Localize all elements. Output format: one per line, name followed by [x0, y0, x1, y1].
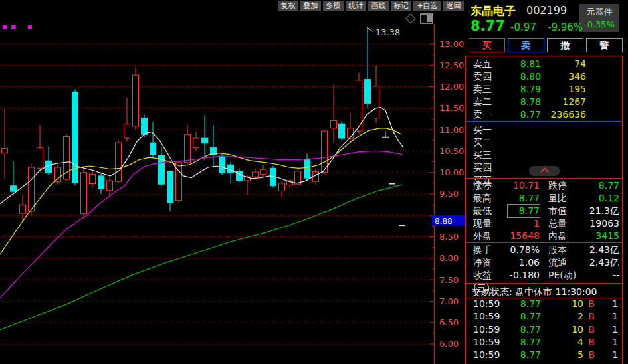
sector-box[interactable]: 元器件 -0.35% [579, 4, 619, 32]
ask-volume: 74 [541, 58, 586, 70]
cancel-button[interactable]: 撤 [547, 38, 583, 52]
stat-label: 最高 [473, 192, 508, 205]
buy-button[interactable]: 买 [469, 38, 505, 52]
chart-toolbar: 复权叠加多股统计画线标记+自选返回 [278, 1, 464, 12]
candle-up [2, 149, 8, 153]
stock-app-window: 复权叠加多股统计画线标记+自选返回 13.0012.5012.0011.5011… [0, 0, 628, 364]
stat-label: 跌停 [548, 179, 587, 192]
ask-row[interactable]: 卖二8.781267 [465, 96, 622, 108]
tick-volume: 4 [541, 336, 583, 349]
candle-up [81, 173, 87, 214]
ask-row[interactable]: 卖五8.8174 [465, 58, 622, 70]
diamond-icon[interactable] [406, 14, 415, 23]
stat-label: 净资 [473, 256, 508, 269]
ask-row[interactable]: 卖三8.79195 [465, 83, 622, 96]
bid-volume [541, 149, 586, 161]
tick-time: 10:59 [473, 310, 502, 323]
panel-separator [465, 56, 622, 56]
axis-label: 8.00 [439, 253, 459, 263]
ask-label: 卖三 [473, 83, 498, 96]
stat-row: 收益(三)-0.180PE(动)-- [465, 269, 622, 282]
high-price-label: 13.38 [375, 27, 400, 37]
bid-levels: 买一买二买三买四买五 [465, 124, 622, 187]
toolbar-button-叠加[interactable]: 叠加 [300, 1, 321, 11]
stat-label: 现量 [473, 217, 508, 230]
tick-side-flag: B [583, 323, 599, 336]
time-and-sales: 10:598.7710B110:598.772B110:598.7710B110… [465, 298, 622, 364]
tick-price: 8.77 [502, 310, 541, 323]
tick-count: 1 [599, 349, 622, 361]
quote-panel: 东晶电子 002199 元器件 -0.35% 8.77 -0.97 -9.96%… [465, 0, 628, 364]
alert-button[interactable]: 警 [586, 38, 623, 52]
stat-label: 市值 [548, 205, 587, 217]
kline-chart[interactable]: 13.0012.5012.0011.5011.0010.5010.009.508… [0, 0, 469, 364]
candle-up [124, 124, 130, 138]
stat-label: 股本 [548, 244, 587, 256]
expand-orderbook-button[interactable] [529, 166, 560, 176]
candle-down [365, 80, 371, 104]
stat-label: 外盘 [473, 230, 508, 242]
stock-code: 002199 [526, 4, 567, 17]
tick-volume: 2 [541, 310, 583, 323]
toolbar-button-画线[interactable]: 画线 [368, 1, 389, 11]
bid-label: 买四 [473, 161, 498, 174]
candle-up [90, 174, 96, 183]
axis-label: 11.50 [439, 103, 464, 113]
candle-up [193, 138, 199, 147]
toolbar-button-+自选[interactable]: +自选 [413, 1, 441, 11]
toolbar-button-多股[interactable]: 多股 [323, 1, 344, 11]
bid-row[interactable]: 买一 [465, 124, 622, 136]
candle-up [133, 75, 139, 126]
toolbar-button-返回[interactable]: 返回 [443, 1, 464, 11]
signal-marker [28, 25, 32, 29]
ask-price: 8.80 [498, 70, 541, 83]
candle-down [150, 143, 156, 155]
stat-label: 总量 [548, 217, 587, 230]
ask-price: 8.77 [498, 108, 541, 121]
axis-label: 13.00 [439, 39, 464, 49]
bid-row[interactable]: 买二 [465, 136, 622, 149]
tick-row: 10:598.7710B1 [465, 298, 622, 310]
candle-up [322, 131, 328, 173]
bid-price [498, 124, 541, 136]
tick-row: 10:598.774B1 [465, 336, 622, 349]
ask-row[interactable]: 卖一8.77236636 [465, 108, 622, 121]
tick-row: 11:008.777B1 [465, 361, 622, 364]
toolbar-button-统计[interactable]: 统计 [346, 1, 366, 11]
ask-row[interactable]: 卖四8.80346 [465, 70, 622, 83]
last-price: 8.77 [471, 18, 505, 34]
tick-side-flag: B [583, 310, 599, 323]
toolbar-button-标记[interactable]: 标记 [391, 1, 411, 11]
candle-up [29, 167, 35, 211]
axis-label: 10.50 [439, 146, 464, 156]
tick-row: 10:598.772B1 [465, 310, 622, 323]
bid-row[interactable]: 买三 [465, 149, 622, 161]
stat-value: 8.77 [508, 192, 540, 205]
panel-separator [465, 178, 622, 179]
stat-value: 8.77 [508, 205, 540, 217]
panel-border-left [465, 56, 466, 364]
stat-value: 1 [508, 217, 540, 230]
ask-label: 卖二 [473, 96, 498, 108]
axis-label: 6.00 [439, 339, 459, 349]
tick-count: 1 [599, 298, 622, 310]
sell-button[interactable]: 卖 [508, 38, 544, 52]
quote-stats-primary: 涨停10.71跌停8.77最高8.77量比0.12最低8.77市值21.3亿现量… [465, 179, 622, 242]
stat-row: 最高8.77量比0.12 [465, 192, 622, 205]
candle-down [219, 156, 225, 173]
toolbar-button-复权[interactable]: 复权 [278, 1, 298, 11]
candle-up [261, 169, 266, 174]
bid-label: 买一 [473, 124, 498, 136]
candle-up [185, 134, 191, 163]
ask-label: 卖五 [473, 58, 498, 70]
stat-label: 最低 [473, 205, 508, 217]
stat-row: 涨停10.71跌停8.77 [465, 179, 622, 192]
stat-label: PE(动) [548, 269, 587, 282]
tick-volume: 10 [541, 323, 583, 336]
stat-label: 流通 [548, 256, 587, 269]
stat-value: 10.71 [508, 179, 540, 192]
candle-up [116, 143, 122, 181]
ask-volume: 195 [541, 83, 586, 96]
bid-price [498, 149, 541, 161]
chevron-up-icon [540, 167, 549, 176]
